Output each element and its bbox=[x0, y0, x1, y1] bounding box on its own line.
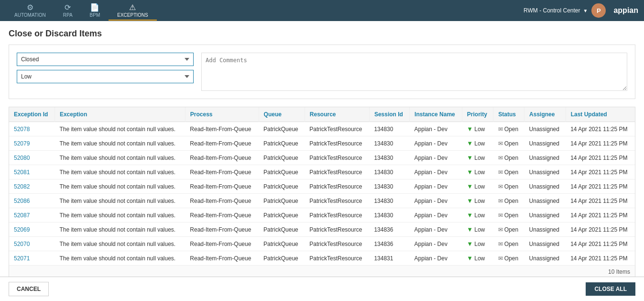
cell-status: ✉Open bbox=[493, 122, 524, 136]
cell-exception-id[interactable]: 52069 bbox=[9, 223, 55, 237]
bottom-bar: CANCEL CLOSE ALL bbox=[0, 277, 644, 290]
cell-instance: Appian - Dev bbox=[410, 237, 462, 251]
exceptions-icon: ⚠ bbox=[129, 3, 136, 12]
nav-user[interactable]: RWM - Control Center ▼ bbox=[524, 7, 588, 14]
cell-updated: 14 Apr 2021 11:25 PM bbox=[566, 179, 635, 194]
status-envelope-icon: ✉ bbox=[498, 198, 503, 204]
table-row: 52081 The item value should not contain … bbox=[9, 165, 635, 179]
status-envelope-icon: ✉ bbox=[498, 140, 503, 147]
cell-exception-id[interactable]: 52087 bbox=[9, 208, 55, 223]
cell-session: 134830 bbox=[369, 208, 409, 223]
cell-exception-id[interactable]: 52086 bbox=[9, 194, 55, 208]
cell-exception-id[interactable]: 52081 bbox=[9, 165, 55, 179]
cell-session: 134830 bbox=[369, 179, 409, 194]
table-section: Exception Id Exception Process Queue Res… bbox=[9, 107, 635, 279]
cell-exception-id[interactable]: 52071 bbox=[9, 251, 55, 266]
cell-priority: ▼Low bbox=[462, 136, 493, 151]
priority-arrow-icon: ▼ bbox=[467, 212, 473, 219]
cell-assignee: Unassigned bbox=[524, 179, 566, 194]
nav-exceptions[interactable]: ⚠ EXCEPTIONS bbox=[109, 1, 156, 21]
priority-arrow-icon: ▼ bbox=[467, 140, 473, 147]
nav-rpa[interactable]: ⟳ RPA bbox=[55, 1, 81, 21]
nav-bpm[interactable]: 📄 BPM bbox=[81, 1, 109, 21]
cell-process: Read-Item-From-Queue bbox=[185, 165, 259, 179]
cell-updated: 14 Apr 2021 11:25 PM bbox=[566, 223, 635, 237]
priority-arrow-icon: ▼ bbox=[467, 240, 473, 247]
nav-automation[interactable]: ⚙ AUTOMATION bbox=[6, 1, 55, 21]
cell-instance: Appian - Dev bbox=[410, 251, 462, 266]
cell-exception: The item value should not contain null v… bbox=[55, 208, 185, 223]
cell-updated: 14 Apr 2021 11:25 PM bbox=[566, 251, 635, 266]
cell-queue: PatrickQueue bbox=[259, 165, 305, 179]
cell-session: 134831 bbox=[369, 251, 409, 266]
nav-user-label: RWM - Control Center bbox=[524, 7, 580, 14]
status-envelope-icon: ✉ bbox=[498, 226, 503, 233]
cell-process: Read-Item-From-Queue bbox=[185, 179, 259, 194]
cell-assignee: Unassigned bbox=[524, 136, 566, 151]
page-content: Close or Discard Items Closed Discarded … bbox=[0, 21, 644, 290]
cell-exception: The item value should not contain null v… bbox=[55, 223, 185, 237]
cell-status: ✉Open bbox=[493, 223, 524, 237]
cell-exception-id[interactable]: 52080 bbox=[9, 151, 55, 165]
cell-exception: The item value should not contain null v… bbox=[55, 179, 185, 194]
cell-session: 134836 bbox=[369, 223, 409, 237]
cell-updated: 14 Apr 2021 11:25 PM bbox=[566, 165, 635, 179]
cell-assignee: Unassigned bbox=[524, 165, 566, 179]
priority-select[interactable]: Low Medium High bbox=[17, 70, 194, 83]
top-navigation: ⚙ AUTOMATION ⟳ RPA 📄 BPM ⚠ EXCEPTIONS RW… bbox=[0, 0, 644, 21]
cell-priority: ▼Low bbox=[462, 165, 493, 179]
cell-resource: PatrickTestResource bbox=[305, 194, 369, 208]
cell-status: ✉Open bbox=[493, 136, 524, 151]
cell-resource: PatrickTestResource bbox=[305, 223, 369, 237]
status-envelope-icon: ✉ bbox=[498, 241, 503, 247]
cell-status: ✉Open bbox=[493, 151, 524, 165]
col-instance-name: Instance Name bbox=[410, 107, 462, 122]
cell-exception-id[interactable]: 52082 bbox=[9, 179, 55, 194]
nav-bpm-label: BPM bbox=[90, 12, 100, 18]
cancel-button[interactable]: CANCEL bbox=[9, 282, 49, 290]
cell-exception: The item value should not contain null v… bbox=[55, 237, 185, 251]
table-row: 52086 The item value should not contain … bbox=[9, 194, 635, 208]
close-all-button[interactable]: CLOSE ALL bbox=[586, 282, 635, 290]
cell-instance: Appian - Dev bbox=[410, 165, 462, 179]
cell-queue: PatrickQueue bbox=[259, 208, 305, 223]
cell-instance: Appian - Dev bbox=[410, 151, 462, 165]
cell-session: 134830 bbox=[369, 194, 409, 208]
cell-queue: PatrickQueue bbox=[259, 136, 305, 151]
cell-assignee: Unassigned bbox=[524, 151, 566, 165]
cell-exception-id[interactable]: 52078 bbox=[9, 122, 55, 136]
nav-exceptions-label: EXCEPTIONS bbox=[117, 12, 148, 18]
table-row: 52069 The item value should not contain … bbox=[9, 223, 635, 237]
cell-instance: Appian - Dev bbox=[410, 136, 462, 151]
cell-queue: PatrickQueue bbox=[259, 223, 305, 237]
nav-rpa-label: RPA bbox=[63, 12, 73, 18]
chevron-down-icon: ▼ bbox=[583, 8, 588, 13]
cell-priority: ▼Low bbox=[462, 237, 493, 251]
cell-updated: 14 Apr 2021 11:25 PM bbox=[566, 208, 635, 223]
comments-textarea[interactable] bbox=[201, 53, 627, 91]
rpa-icon: ⟳ bbox=[65, 3, 71, 12]
cell-queue: PatrickQueue bbox=[259, 179, 305, 194]
cell-session: 134830 bbox=[369, 122, 409, 136]
col-session-id: Session Id bbox=[369, 107, 409, 122]
priority-arrow-icon: ▼ bbox=[467, 125, 473, 133]
cell-session: 134830 bbox=[369, 136, 409, 151]
cell-assignee: Unassigned bbox=[524, 223, 566, 237]
cell-exception-id[interactable]: 52070 bbox=[9, 237, 55, 251]
status-select[interactable]: Closed Discarded bbox=[17, 53, 194, 66]
cell-resource: PatrickTestResource bbox=[305, 122, 369, 136]
cell-priority: ▼Low bbox=[462, 194, 493, 208]
cell-resource: PatrickTestResource bbox=[305, 208, 369, 223]
cell-queue: PatrickQueue bbox=[259, 122, 305, 136]
form-left: Closed Discarded Low Medium High bbox=[17, 53, 194, 91]
status-envelope-icon: ✉ bbox=[498, 169, 503, 176]
table-footer: 10 Items bbox=[9, 265, 635, 278]
cell-instance: Appian - Dev bbox=[410, 208, 462, 223]
cell-status: ✉Open bbox=[493, 208, 524, 223]
cell-exception-id[interactable]: 52079 bbox=[9, 136, 55, 151]
cell-status: ✉Open bbox=[493, 194, 524, 208]
status-envelope-icon: ✉ bbox=[498, 155, 503, 161]
nav-items: ⚙ AUTOMATION ⟳ RPA 📄 BPM ⚠ EXCEPTIONS bbox=[6, 1, 524, 21]
cell-updated: 14 Apr 2021 11:25 PM bbox=[566, 194, 635, 208]
cell-process: Read-Item-From-Queue bbox=[185, 223, 259, 237]
